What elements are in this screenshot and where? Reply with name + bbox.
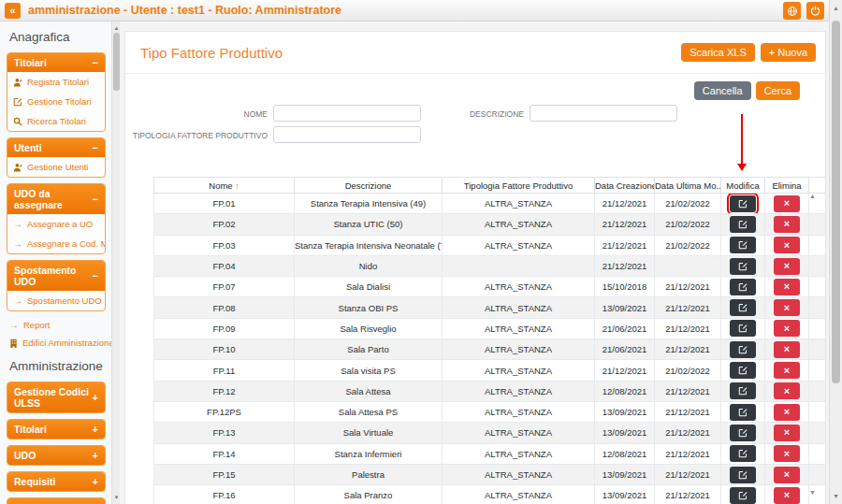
scroll-down-icon[interactable]: ▼	[830, 493, 842, 499]
sidebar-collapse-button[interactable]: «	[5, 3, 21, 19]
edit-button[interactable]	[730, 216, 756, 233]
sidebar-link-report[interactable]: →Report	[0, 317, 111, 333]
column-header-descrizione[interactable]: Descrizione	[295, 178, 443, 194]
sidebar-item-assegnare-a-uo[interactable]: →Assegnare a UO	[7, 214, 105, 234]
edit-button[interactable]	[730, 237, 756, 253]
sidebar-panel-title: Spostamento UDO	[14, 265, 93, 287]
delete-button[interactable]: ×	[774, 487, 800, 504]
app-title: amministrazione - Utente : test1 - Ruolo…	[28, 4, 341, 17]
edit-button[interactable]	[730, 258, 756, 275]
edit-button[interactable]	[730, 445, 756, 462]
sidebar-panel-header-udo-da-assegnare[interactable]: UDO da assegnare−	[7, 184, 105, 214]
sidebar-scrollbar-thumb[interactable]	[113, 33, 120, 91]
sidebar-panel-header-titolari[interactable]: Titolari−	[7, 53, 105, 72]
arrow-icon: →	[9, 320, 19, 330]
page-title: Tipo Fattore Produttivo	[140, 45, 283, 61]
edit-button[interactable]	[730, 341, 756, 358]
power-button[interactable]	[806, 2, 824, 20]
new-button[interactable]: + Nuova	[761, 43, 816, 62]
cell-tipologia: ALTRA_STANZA	[443, 360, 595, 381]
sidebar-item-assegnare-a-cod-min[interactable]: →Assegnare a Cod. Min.	[7, 234, 105, 253]
delete-button[interactable]: ×	[774, 299, 800, 316]
sidebar-item-registra-titolari[interactable]: Registra Titolari	[7, 72, 105, 92]
cell-data-creazione: 21/12/2021	[595, 235, 655, 255]
edit-button[interactable]	[730, 362, 756, 379]
content-card: Tipo Fattore Produttivo Scarica XLS + Nu…	[124, 31, 826, 504]
delete-button[interactable]: ×	[774, 404, 800, 421]
clear-button[interactable]: Cancella	[694, 81, 751, 100]
sidebar: AnagraficaTitolari−Registra TitolariGest…	[0, 22, 111, 504]
column-header-data-ultima-mo[interactable]: Data Ultima Mo...	[655, 178, 721, 194]
sidebar-panel-header-spostamento-udo[interactable]: Spostamento UDO−	[7, 261, 105, 291]
delete-button[interactable]: ×	[774, 445, 800, 462]
edit-button[interactable]	[730, 320, 756, 337]
edit-button[interactable]	[730, 279, 756, 295]
cell-data-ultima-modifica: 21/02/2022	[655, 235, 721, 255]
delete-button[interactable]: ×	[774, 362, 800, 379]
cell-modifica	[721, 194, 765, 214]
sidebar-link-edifici-amministrazione[interactable]: Edifici Amministrazione	[0, 335, 111, 351]
edit-button[interactable]	[730, 487, 756, 504]
delete-button[interactable]: ×	[774, 320, 800, 337]
sidebar-panel-header-configurazioni-udo[interactable]: Configurazioni UDO−	[7, 498, 105, 504]
cell-elimina: ×	[765, 401, 809, 422]
column-header-tipologia-fattore-produttivo[interactable]: Tipologia Fattore Produttivo	[443, 178, 595, 194]
delete-button[interactable]: ×	[774, 258, 800, 275]
edit-button[interactable]	[730, 299, 756, 316]
delete-button[interactable]: ×	[774, 425, 800, 441]
download-xls-button[interactable]: Scarica XLS	[681, 43, 755, 62]
sidebar-panel-header-gestione-codici-ulss[interactable]: Gestione Codici ULSS+	[7, 382, 105, 412]
edit-button[interactable]	[730, 382, 756, 399]
scroll-down-icon[interactable]: ▼	[112, 495, 121, 500]
sidebar-panel-header-udo[interactable]: UDO+	[7, 446, 105, 465]
table-scroll-down-icon[interactable]: ▼	[809, 489, 816, 496]
tipologia-input[interactable]	[273, 126, 421, 143]
header-buttons: Scarica XLS + Nuova	[681, 43, 816, 62]
sidebar-section-heading: Amministrazione	[9, 359, 111, 373]
sidebar-panel-header-utenti[interactable]: Utenti−	[7, 138, 105, 157]
table-scroll-up-icon[interactable]: ▲	[809, 193, 816, 199]
descrizione-input[interactable]	[530, 105, 677, 122]
sidebar-panel-header-titolari[interactable]: Titolari+	[7, 420, 105, 439]
edit-square-icon	[738, 366, 748, 375]
table-filler-cell	[809, 401, 826, 422]
edit-button[interactable]	[730, 404, 756, 421]
edit-button[interactable]	[730, 425, 756, 441]
cell-nome: FP.11	[154, 360, 295, 381]
globe-button[interactable]	[783, 2, 801, 20]
column-header-modifica[interactable]: Modifica	[721, 178, 765, 194]
delete-button[interactable]: ×	[774, 216, 800, 233]
edit-button-highlighted[interactable]	[730, 195, 756, 212]
sidebar-item-ricerca-titolari[interactable]: Ricerca Titolari	[7, 111, 105, 131]
window-scrollbar-thumb[interactable]	[832, 21, 840, 383]
delete-button[interactable]: ×	[774, 467, 800, 483]
delete-button[interactable]: ×	[774, 279, 800, 295]
sidebar-panel-title: Gestione Codici ULSS	[14, 386, 93, 409]
table-row-fp-04: FP.04Nido21/12/2021×	[154, 255, 826, 276]
cell-nome: FP.07	[154, 277, 295, 297]
cell-elimina: ×	[765, 339, 809, 360]
column-header-data-creazione[interactable]: Data Creazione	[595, 178, 655, 194]
cell-nome: FP.03	[154, 235, 295, 255]
nome-input[interactable]	[273, 105, 421, 122]
column-header-elimina[interactable]: Elimina	[765, 178, 809, 194]
sidebar-panel-spostamento-udo: Spostamento UDO−→Spostamento UDO	[7, 260, 106, 311]
cell-descrizione: Sala Risveglio	[295, 318, 443, 338]
search-button[interactable]: Cerca	[756, 81, 800, 100]
delete-button[interactable]: ×	[774, 341, 800, 358]
delete-button[interactable]: ×	[774, 195, 800, 212]
cell-data-creazione: 12/08/2021	[595, 443, 655, 464]
scroll-up-icon[interactable]: ▲	[830, 5, 842, 11]
delete-button[interactable]: ×	[774, 237, 800, 253]
scroll-up-icon[interactable]: ▲	[112, 25, 121, 31]
sidebar-item-gestione-utenti[interactable]: Gestione Utenti	[7, 157, 105, 177]
sidebar-item-gestione-titolari[interactable]: Gestione Titolari	[7, 92, 105, 111]
column-header-nome[interactable]: Nome ↑	[154, 178, 295, 194]
sidebar-item-spostamento-udo[interactable]: →Spostamento UDO	[7, 291, 105, 310]
sidebar-scrollbar[interactable]: ▲ ▼	[111, 22, 120, 504]
window-scrollbar[interactable]: ▲ ▼	[829, 0, 842, 504]
delete-button[interactable]: ×	[774, 382, 800, 399]
edit-button[interactable]	[730, 467, 756, 483]
cell-modifica	[721, 255, 765, 276]
sidebar-panel-header-requisiti[interactable]: Requisiti+	[7, 472, 105, 491]
